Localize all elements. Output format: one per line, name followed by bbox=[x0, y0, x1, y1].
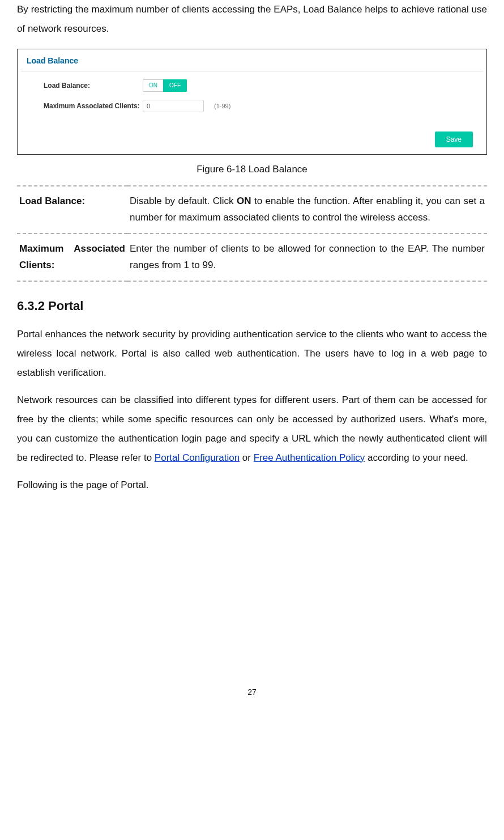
portal-paragraph-2: Network resources can be classified into… bbox=[17, 391, 487, 468]
table-row: Load Balance: Disable by default. Click … bbox=[17, 186, 487, 234]
panel-title: Load Balance bbox=[21, 53, 483, 71]
max-clients-label: Maximum Associated Clients: bbox=[44, 102, 143, 110]
portal-paragraph-1: Portal enhances the network security by … bbox=[17, 325, 487, 383]
load-balance-toggle[interactable]: ON OFF bbox=[143, 79, 187, 92]
portal-paragraph-3: Following is the page of Portal. bbox=[17, 476, 487, 495]
toggle-on[interactable]: ON bbox=[143, 79, 163, 92]
term-max-clients: Maximum Associated Clients: bbox=[17, 234, 127, 281]
max-clients-input[interactable] bbox=[143, 100, 204, 112]
table-row: Maximum Associated Clients: Enter the nu… bbox=[17, 234, 487, 281]
load-balance-panel: Load Balance Load Balance: ON OFF Maximu… bbox=[17, 49, 487, 155]
panel-body: Load Balance: ON OFF Maximum Associated … bbox=[21, 71, 483, 131]
max-clients-row: Maximum Associated Clients: (1-99) bbox=[44, 100, 477, 112]
panel-footer: Save bbox=[21, 131, 483, 151]
link-free-auth-policy[interactable]: Free Authentication Policy bbox=[254, 452, 365, 463]
save-button[interactable]: Save bbox=[435, 131, 473, 147]
load-balance-row: Load Balance: ON OFF bbox=[44, 79, 477, 92]
desc-load-balance: Disable by default. Click ON to enable t… bbox=[127, 186, 487, 234]
link-portal-configuration[interactable]: Portal Configuration bbox=[155, 452, 240, 463]
toggle-off[interactable]: OFF bbox=[163, 79, 187, 92]
term-load-balance: Load Balance: bbox=[17, 186, 127, 234]
figure-caption: Figure 6-18 Load Balance bbox=[17, 164, 487, 175]
page-number: 27 bbox=[17, 688, 487, 697]
desc-max-clients: Enter the number of clients to be allowe… bbox=[127, 234, 487, 281]
range-hint: (1-99) bbox=[214, 103, 230, 109]
section-heading-portal: 6.3.2 Portal bbox=[17, 299, 487, 313]
definition-table: Load Balance: Disable by default. Click … bbox=[17, 185, 487, 282]
load-balance-label: Load Balance: bbox=[44, 82, 143, 90]
intro-text: By restricting the maximum number of cli… bbox=[17, 0, 487, 39]
